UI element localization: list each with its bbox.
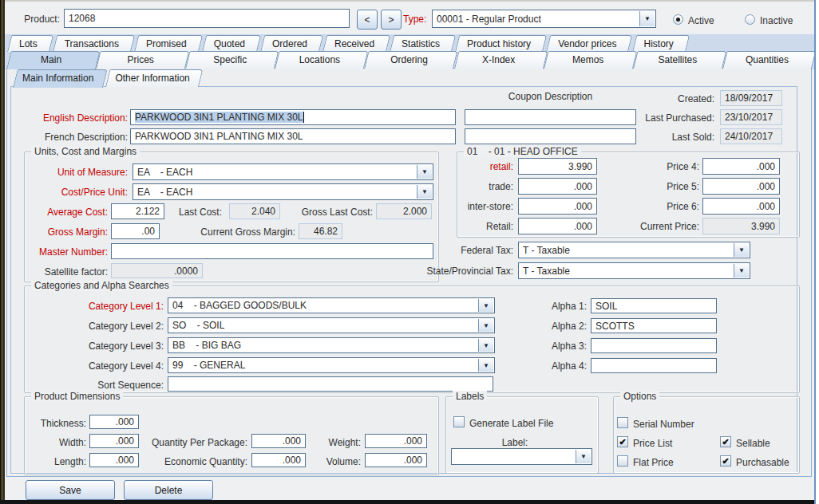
category-level3-select[interactable]: BB - BIG BAG▼ <box>168 337 495 353</box>
tab-quantities[interactable]: Quantities <box>722 51 812 69</box>
quantity-per-package-input[interactable]: .000 <box>251 434 306 448</box>
product-input[interactable]: 12068 <box>64 9 350 28</box>
label-dropdown-arrow-icon[interactable]: ▼ <box>576 450 591 463</box>
french-description-label: French Description: <box>32 132 128 143</box>
window-right-edge <box>814 0 819 504</box>
tab-received[interactable]: Received <box>322 35 386 52</box>
tab-history[interactable]: History <box>632 35 686 52</box>
serial-number-checkbox[interactable]: ✔ <box>617 417 628 428</box>
master-number-input[interactable] <box>111 243 433 259</box>
gross-last-cost-label: Gross Last Cost: <box>281 207 373 218</box>
state-tax-dropdown-arrow-icon[interactable]: ▼ <box>734 264 749 278</box>
category-level2-dropdown-arrow-icon[interactable]: ▼ <box>478 319 493 332</box>
price6-input[interactable]: .000 <box>702 198 780 215</box>
category-level2-select[interactable]: SO - SOIL▼ <box>168 317 495 333</box>
state-provincial-tax-select[interactable]: T - Taxable▼ <box>518 262 750 279</box>
price4-input[interactable]: .000 <box>702 158 780 175</box>
price5-input[interactable]: .000 <box>702 178 780 195</box>
current-gross-margin-value: 46.82 <box>299 223 342 239</box>
unit-of-measure-dropdown-arrow-icon[interactable]: ▼ <box>417 165 432 179</box>
alpha3-input[interactable] <box>591 338 717 353</box>
tab-other-information[interactable]: Other Information <box>105 69 199 87</box>
category-level3-dropdown-arrow-icon[interactable]: ▼ <box>478 339 493 352</box>
federal-tax-dropdown-arrow-icon[interactable]: ▼ <box>734 243 749 257</box>
tab-vendor-prices[interactable]: Vendor prices <box>546 35 628 52</box>
length-input[interactable]: .000 <box>89 453 139 467</box>
tab-main[interactable]: Main <box>6 51 96 69</box>
category-level2-label: Category Level 2: <box>44 321 164 332</box>
english-description-input[interactable]: PARKWOOD 3IN1 PLANTING MIX 30L <box>130 109 456 125</box>
retail-price-input[interactable]: .000 <box>518 218 597 234</box>
category-level4-label: Category Level 4: <box>44 360 164 372</box>
cost-price-unit-dropdown-arrow-icon[interactable]: ▼ <box>417 185 432 199</box>
tab-main-information[interactable]: Main Information <box>13 69 103 87</box>
purchasable-label[interactable]: Purchasable <box>736 457 789 468</box>
alpha1-input[interactable]: SOIL <box>591 298 717 313</box>
dimensions-group-title: Product Dimensions <box>31 391 123 402</box>
tab-satellites[interactable]: Satellites <box>633 51 722 69</box>
price-list-checkbox[interactable]: ✔ <box>617 436 628 447</box>
active-radio-label[interactable]: Active <box>688 15 714 26</box>
sellable-checkbox[interactable]: ✔ <box>720 436 731 447</box>
tab-ordering[interactable]: Ordering <box>364 51 453 69</box>
category-level3-label: Category Level 3: <box>44 341 164 352</box>
category-level1-select[interactable]: 04 - BAGGED GOODS/BULK▼ <box>168 297 495 313</box>
tab-locations[interactable]: Locations <box>275 51 364 69</box>
gross-margin-input[interactable]: .00 <box>111 223 160 239</box>
unit-of-measure-select[interactable]: EA - EACH▼ <box>133 163 433 180</box>
category-level4-select[interactable]: 99 - GENERAL▼ <box>168 357 495 373</box>
tab-promised[interactable]: Promised <box>134 35 199 52</box>
flat-price-checkbox[interactable]: ✔ <box>617 455 628 467</box>
tab-product-history[interactable]: Product history <box>455 35 543 52</box>
width-input[interactable]: .000 <box>89 434 139 448</box>
tab-memos[interactable]: Memos <box>544 51 633 69</box>
sellable-label[interactable]: Sellable <box>736 438 770 449</box>
weight-input[interactable]: .000 <box>365 434 427 448</box>
flat-price-label[interactable]: Flat Price <box>633 457 674 468</box>
label-caption: Label: <box>451 437 579 448</box>
tab-quoted[interactable]: Quoted <box>202 35 257 52</box>
federal-tax-select[interactable]: T - Taxable▼ <box>518 242 750 258</box>
generate-label-file-label[interactable]: Generate Label File <box>469 418 553 429</box>
active-radio[interactable] <box>673 14 683 25</box>
alpha4-input[interactable] <box>591 358 717 373</box>
french-description-input[interactable]: PARKWOOD 3IN1 PLANTING MIX 30L <box>130 128 456 144</box>
tab-transactions[interactable]: Transactions <box>53 35 131 52</box>
category-level4-dropdown-arrow-icon[interactable]: ▼ <box>478 359 493 372</box>
category-level1-dropdown-arrow-icon[interactable]: ▼ <box>478 299 493 312</box>
alpha2-input[interactable]: SCOTTS <box>591 318 717 333</box>
volume-input[interactable]: .000 <box>365 453 427 467</box>
delete-button[interactable]: Delete <box>124 480 213 500</box>
cost-price-unit-select[interactable]: EA - EACH▼ <box>133 183 433 200</box>
last-purchased-value: 23/10/2017 <box>720 109 782 125</box>
economic-quantity-input[interactable]: .000 <box>251 453 306 467</box>
tab-specific[interactable]: Specific <box>185 51 275 69</box>
tab-statistics[interactable]: Statistics <box>390 35 452 52</box>
purchasable-checkbox[interactable]: ✔ <box>720 455 731 467</box>
tab-x-index[interactable]: X-Index <box>454 51 544 69</box>
previous-product-button[interactable]: < <box>357 10 378 30</box>
price-list-label[interactable]: Price List <box>633 438 672 449</box>
type-select[interactable]: 00001 - Regular Product ▼ <box>432 10 656 28</box>
inactive-radio[interactable] <box>745 14 755 25</box>
average-cost-input[interactable]: 2.122 <box>111 203 164 219</box>
tab-row-secondary: LotsTransactionsPromisedQuotedOrderedRec… <box>7 35 689 52</box>
price6-label: Price 6: <box>629 201 699 212</box>
generate-label-file-checkbox[interactable]: ✔ <box>453 416 465 427</box>
inactive-radio-label[interactable]: Inactive <box>760 15 793 26</box>
serial-number-label[interactable]: Serial Number <box>633 419 694 430</box>
tab-prices[interactable]: Prices <box>96 51 185 69</box>
tab-ordered[interactable]: Ordered <box>260 35 319 52</box>
label-select[interactable]: ▼ <box>451 448 592 465</box>
tab-lots[interactable]: Lots <box>7 35 49 52</box>
type-dropdown-arrow-icon[interactable]: ▼ <box>639 11 655 26</box>
inter-store-price-input[interactable]: .000 <box>518 198 597 215</box>
retail-store-price-input[interactable]: 3.990 <box>518 158 597 175</box>
thickness-input[interactable]: .000 <box>89 415 139 429</box>
trade-price-input[interactable]: .000 <box>518 178 597 195</box>
save-button[interactable]: Save <box>26 480 115 500</box>
next-product-button[interactable]: > <box>381 10 402 30</box>
sort-sequence-input[interactable] <box>168 376 493 392</box>
type-label: Type: <box>403 14 426 25</box>
thickness-label: Thickness: <box>24 418 86 429</box>
